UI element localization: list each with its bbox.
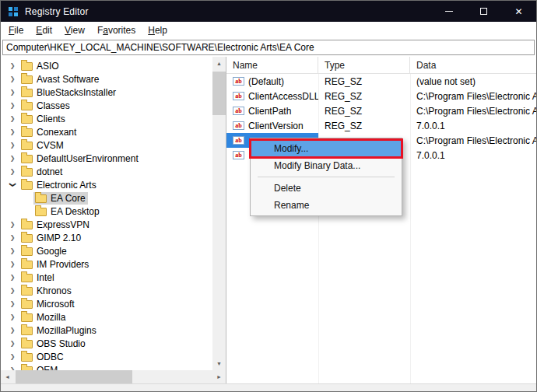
tree-item-ea-desktop[interactable]: EA Desktop bbox=[1, 205, 212, 218]
chevron-collapsed-icon[interactable]: ❯ bbox=[5, 142, 19, 149]
chevron-expanded-icon[interactable]: ❯ bbox=[9, 178, 16, 192]
chevron-collapsed-icon[interactable]: ❯ bbox=[5, 168, 19, 175]
tree-item-label: CVSM bbox=[37, 140, 64, 151]
chevron-collapsed-icon[interactable]: ❯ bbox=[5, 234, 19, 241]
tree-item-oem[interactable]: ❯OEM bbox=[1, 363, 212, 370]
registry-editor-icon bbox=[8, 5, 20, 18]
horizontal-scroll-thumb[interactable] bbox=[16, 370, 132, 383]
scroll-left-icon[interactable]: ◄ bbox=[1, 370, 14, 383]
tree-item-google[interactable]: ❯Google bbox=[1, 244, 212, 257]
tree-item-dotnet[interactable]: ❯dotnet bbox=[1, 165, 212, 178]
chevron-collapsed-icon[interactable]: ❯ bbox=[5, 155, 19, 162]
scroll-right-icon[interactable]: ► bbox=[212, 370, 226, 383]
tree-item-conexant[interactable]: ❯Conexant bbox=[1, 125, 212, 138]
scroll-down-icon[interactable]: ▼ bbox=[212, 357, 226, 370]
chevron-collapsed-icon[interactable]: ❯ bbox=[5, 128, 19, 135]
folder-icon bbox=[21, 181, 33, 190]
chevron-collapsed-icon[interactable]: ❯ bbox=[5, 115, 19, 122]
chevron-collapsed-icon[interactable]: ❯ bbox=[5, 89, 19, 96]
column-header-type[interactable]: Type bbox=[318, 57, 410, 73]
tree-horizontal-scrollbar[interactable]: ◄ ► bbox=[1, 370, 226, 383]
chevron-collapsed-icon[interactable]: ❯ bbox=[5, 274, 19, 281]
folder-icon bbox=[21, 261, 33, 269]
folder-icon bbox=[21, 62, 33, 71]
value-data-cell: 7.0.0.1 bbox=[410, 148, 536, 163]
chevron-collapsed-icon[interactable]: ❯ bbox=[5, 247, 19, 254]
tree-item-mozillaplugins[interactable]: ❯MozillaPlugins bbox=[1, 324, 212, 337]
value-name: ClientVersion bbox=[248, 121, 304, 131]
tree-item-cvsm[interactable]: ❯CVSM bbox=[1, 138, 212, 152]
tree-item-ea-core[interactable]: EA Core bbox=[1, 191, 212, 205]
value-row[interactable]: abClientPathREG_SZC:\Program Files\Elect… bbox=[226, 103, 536, 118]
tree-item-bluestacksinstaller[interactable]: ❯BlueStacksInstaller bbox=[1, 86, 212, 99]
chevron-collapsed-icon[interactable]: ❯ bbox=[5, 62, 19, 69]
tree-item-label: Mozilla bbox=[37, 312, 65, 323]
value-name-cell: abClientPath bbox=[226, 103, 318, 118]
context-menu-item-modify[interactable]: Modify... bbox=[251, 140, 402, 157]
value-row[interactable]: ab(Default)REG_SZ(value not set) bbox=[226, 74, 536, 89]
chevron-collapsed-icon[interactable]: ❯ bbox=[5, 261, 19, 268]
tree-item-gimp-2-10[interactable]: ❯GIMP 2.10 bbox=[1, 231, 212, 244]
value-row[interactable]: abClientVersionREG_SZ7.0.0.1 bbox=[226, 118, 536, 133]
vertical-scroll-thumb[interactable] bbox=[212, 72, 226, 115]
minimize-button[interactable] bbox=[431, 1, 466, 22]
menu-help[interactable]: Help bbox=[142, 23, 174, 37]
chevron-collapsed-icon[interactable]: ❯ bbox=[5, 221, 19, 228]
tree-item-microsoft[interactable]: ❯Microsoft bbox=[1, 297, 212, 310]
chevron-collapsed-icon[interactable]: ❯ bbox=[5, 340, 19, 347]
menu-edit[interactable]: Edit bbox=[30, 23, 58, 37]
tree-label-wrap: Intel bbox=[19, 271, 57, 284]
registry-tree: ❯ASIO❯Avast Software❯BlueStacksInstaller… bbox=[1, 57, 212, 370]
tree-item-im-providers[interactable]: ❯IM Providers bbox=[1, 257, 212, 271]
chevron-collapsed-icon[interactable]: ❯ bbox=[5, 300, 19, 307]
folder-icon bbox=[21, 234, 33, 243]
chevron-collapsed-icon[interactable]: ❯ bbox=[5, 102, 19, 109]
tree-item-asio[interactable]: ❯ASIO bbox=[1, 59, 212, 72]
menu-view[interactable]: View bbox=[58, 23, 91, 37]
chevron-collapsed-icon[interactable]: ❯ bbox=[5, 327, 19, 334]
menu-favorites[interactable]: Favorites bbox=[91, 23, 142, 37]
tree-item-clients[interactable]: ❯Clients bbox=[1, 112, 212, 125]
maximize-button[interactable] bbox=[466, 1, 501, 22]
context-menu-item-rename[interactable]: Rename bbox=[251, 197, 402, 214]
tree-item-odbc[interactable]: ❯ODBC bbox=[1, 350, 212, 363]
chevron-collapsed-icon[interactable]: ❯ bbox=[5, 287, 19, 294]
scroll-track[interactable] bbox=[212, 115, 226, 357]
tree-item-obs-studio[interactable]: ❯OBS Studio bbox=[1, 337, 212, 350]
column-header-name[interactable]: Name bbox=[226, 57, 318, 73]
value-row[interactable]: abClientAccessDLL...REG_SZC:\Program Fil… bbox=[226, 89, 536, 103]
tree-item-avast-software[interactable]: ❯Avast Software bbox=[1, 72, 212, 86]
values-pane: Name Type Data ab(Default)REG_SZ(value n… bbox=[226, 57, 536, 383]
chevron-collapsed-icon[interactable]: ❯ bbox=[5, 75, 19, 82]
scroll-track[interactable] bbox=[132, 370, 212, 383]
tree-item-label: Conexant bbox=[37, 127, 76, 138]
close-button[interactable]: ✕ bbox=[501, 1, 536, 22]
address-bar-input[interactable] bbox=[2, 40, 535, 55]
tree-item-label: EA Desktop bbox=[51, 206, 100, 217]
context-menu-item-modify-binary-data[interactable]: Modify Binary Data... bbox=[251, 157, 402, 174]
tree-item-mozilla[interactable]: ❯Mozilla bbox=[1, 310, 212, 324]
chevron-collapsed-icon[interactable]: ❯ bbox=[5, 313, 19, 320]
scroll-up-icon[interactable]: ▲ bbox=[212, 57, 226, 70]
tree-item-label: Khronos bbox=[37, 285, 72, 296]
context-menu-item-delete[interactable]: Delete bbox=[251, 180, 402, 197]
tree-label-wrap: Electronic Arts bbox=[19, 179, 99, 191]
chevron-collapsed-icon[interactable]: ❯ bbox=[5, 353, 19, 360]
tree-label-wrap: Avast Software bbox=[19, 73, 101, 86]
menu-file[interactable]: File bbox=[2, 23, 30, 37]
tree-item-label: Electronic Arts bbox=[37, 180, 97, 191]
folder-icon bbox=[21, 75, 33, 84]
tree-item-khronos[interactable]: ❯Khronos bbox=[1, 284, 212, 297]
tree-item-label: Google bbox=[37, 246, 67, 257]
folder-icon bbox=[21, 247, 33, 256]
tree-item-classes[interactable]: ❯Classes bbox=[1, 99, 212, 112]
tree-item-intel[interactable]: ❯Intel bbox=[1, 271, 212, 284]
tree-vertical-scrollbar[interactable]: ▲ ▼ bbox=[212, 57, 226, 370]
tree-item-defaultuserenvironment[interactable]: ❯DefaultUserEnvironment bbox=[1, 152, 212, 165]
tree-label-wrap: Mozilla bbox=[19, 311, 68, 324]
tree-item-expressvpn[interactable]: ❯ExpressVPN bbox=[1, 218, 212, 231]
tree-item-electronic-arts[interactable]: ❯Electronic Arts bbox=[1, 178, 212, 191]
column-header-data[interactable]: Data bbox=[410, 57, 536, 73]
value-name-cell: abClientAccessDLL... bbox=[226, 89, 318, 103]
minimize-icon bbox=[445, 11, 453, 12]
